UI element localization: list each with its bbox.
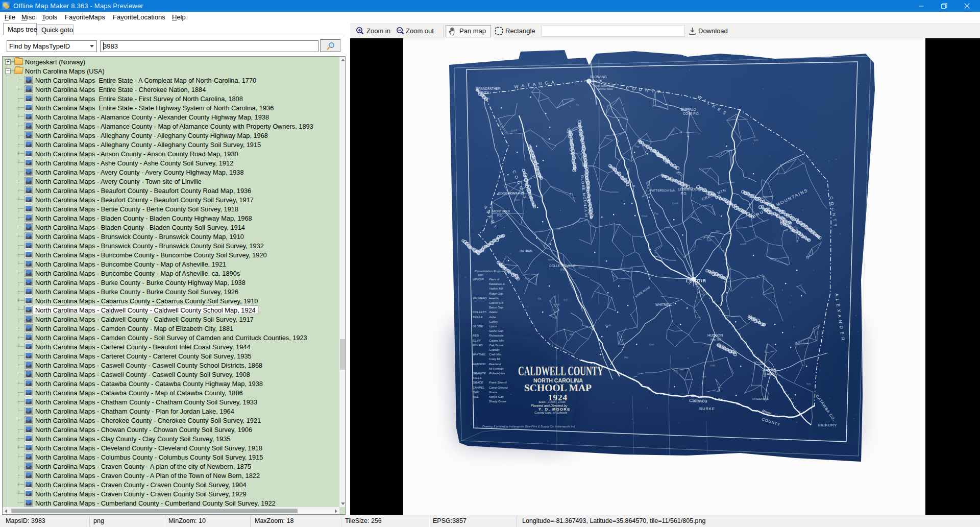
svg-text:Upton: Upton — [489, 325, 497, 328]
svg-text:Parts of: Parts of — [489, 278, 500, 281]
svg-text:Consolidation Proposed: Consolidation Proposed — [475, 270, 506, 273]
svg-text:Knob: Knob — [554, 303, 560, 306]
svg-text:Grace: Grace — [489, 391, 498, 394]
svg-text:Knob: Knob — [548, 258, 554, 261]
svg-text:Catawba: Catawba — [689, 398, 707, 403]
svg-text:HUDSON: HUDSON — [473, 363, 486, 366]
svg-text:Ch.: Ch. — [575, 103, 580, 107]
svg-text:Frank Sherrill: Frank Sherrill — [489, 381, 507, 384]
svg-text:Craig Mt: Craig Mt — [489, 357, 500, 361]
svg-text:Cove: Cove — [642, 214, 648, 217]
svg-text:Camp Ground: Camp Ground — [489, 386, 508, 389]
svg-text:Ashe: Ashe — [488, 316, 496, 319]
svg-text:Kaiwanee &: Kaiwanee & — [489, 282, 505, 285]
svg-text:Cove: Cove — [513, 198, 520, 202]
svg-text:MORTIMER: MORTIMER — [492, 209, 510, 213]
svg-text:BLOWING: BLOWING — [590, 75, 607, 79]
svg-text:RHODHISS: RHODHISS — [752, 397, 769, 400]
svg-text:Baton Gap: Baton Gap — [489, 306, 503, 309]
svg-text:LENOIR: LENOIR — [686, 278, 706, 283]
svg-text:Cottrell Hill: Cottrell Hill — [489, 301, 504, 304]
svg-text:Knob: Knob — [605, 323, 611, 327]
svg-text:CLIFF: CLIFF — [473, 339, 481, 342]
svg-text:Gurley: Gurley — [489, 320, 498, 323]
svg-text:Mill: Mill — [624, 355, 628, 359]
svg-text:Ridge Gap: Ridge Gap — [489, 292, 503, 295]
svg-text:WHITNEL: WHITNEL — [473, 353, 486, 356]
svg-text:County Supt. of Schools: County Supt. of Schools — [534, 411, 567, 414]
svg-text:COVE P.O.: COVE P.O. — [683, 112, 700, 115]
svg-text:RED: RED — [473, 334, 479, 337]
svg-text:HILL: HILL — [473, 395, 479, 398]
svg-text:Oak Grove: Oak Grove — [489, 344, 504, 347]
svg-text:VALMEAD: VALMEAD — [473, 297, 486, 300]
svg-text:Gap: Gap — [710, 364, 715, 367]
svg-text:BURKE: BURKE — [699, 406, 715, 411]
svg-text:COLLETTSVILLE: COLLETTSVILLE — [549, 264, 576, 268]
svg-text:Yadkin Mill: Yadkin Mill — [489, 287, 503, 290]
svg-text:ROCK: ROCK — [592, 79, 603, 83]
svg-text:P.O.: P.O. — [564, 298, 569, 301]
svg-text:HICKORY: HICKORY — [818, 423, 837, 427]
svg-text:FALLS: FALLS — [473, 376, 481, 379]
svg-text:Sch.: Sch. — [753, 138, 758, 141]
svg-text:Mtn.: Mtn. — [716, 229, 721, 232]
svg-text:with:: with: — [478, 273, 484, 276]
svg-text:P.O.: P.O. — [560, 268, 567, 272]
svg-text:CALDWELL COUNTY: CALDWELL COUNTY — [518, 364, 603, 378]
svg-text:MTN.: MTN. — [482, 91, 490, 94]
svg-text:SCHOOL MAP: SCHOOL MAP — [524, 382, 592, 393]
svg-text:Mt Herman: Mt Herman — [489, 367, 504, 370]
svg-text:PATTERSON Sch.: PATTERSON Sch. — [650, 189, 676, 192]
svg-text:Globe Gap: Globe Gap — [489, 329, 504, 332]
svg-text:Sch.: Sch. — [702, 374, 707, 378]
svg-text:GRANITE: GRANITE — [762, 368, 777, 372]
svg-text:HUTBUR: HUTBUR — [520, 249, 533, 252]
svg-text:P.O.: P.O. — [681, 191, 687, 195]
svg-text:Cajahs Mtn: Cajahs Mtn — [489, 339, 504, 342]
svg-text:Mtn.: Mtn. — [582, 186, 587, 189]
svg-text:Grandin: Grandin — [489, 348, 500, 351]
svg-text:Pop 750: Pop 750 — [710, 338, 721, 341]
svg-text:MTH: MTH — [484, 97, 489, 100]
svg-text:FALLS: FALLS — [765, 372, 775, 376]
svg-text:Mill: Mill — [556, 227, 560, 230]
svg-text:Drawing & printed by Indianapo: Drawing & printed by Indianapolis Blue P… — [482, 425, 576, 428]
svg-text:Pearland: Pearland — [489, 363, 501, 366]
svg-text:COLLETT-: COLLETT- — [473, 310, 487, 314]
svg-text:Richwoods: Richwoods — [489, 334, 503, 337]
svg-text:GRANITE: GRANITE — [473, 372, 486, 375]
svg-text:GLOBE: GLOBE — [473, 325, 483, 328]
svg-text:summer 5000: summer 5000 — [597, 87, 613, 90]
svg-text:SVILLE: SVILLE — [473, 316, 483, 319]
svg-text:HUDSON: HUDSON — [707, 333, 723, 337]
svg-text:Kirbys Gap: Kirbys Gap — [489, 395, 504, 398]
svg-text:FINLEY: FINLEY — [473, 344, 483, 347]
svg-text:Cove: Cove — [578, 266, 584, 269]
svg-text:LENOIR: LENOIR — [473, 278, 484, 281]
svg-text:Crab Mtn: Crab Mtn — [489, 353, 501, 356]
svg-text:GRACE: GRACE — [473, 381, 483, 384]
svg-text:P.O.: P.O. — [497, 213, 503, 217]
svg-text:Ch.: Ch. — [538, 297, 542, 301]
svg-text:Shady Grove: Shady Grove — [489, 400, 507, 403]
svg-text:Scale - 1 inch - 1 mile: Scale - 1 inch - 1 mile — [538, 400, 566, 403]
svg-text:Gap: Gap — [525, 277, 530, 280]
svg-text:Philadelphia: Philadelphia — [489, 372, 505, 375]
svg-text:WHITNELL: WHITNELL — [655, 303, 672, 306]
svg-text:CHAPEL: CHAPEL — [473, 386, 484, 389]
svg-text:LEGERWOOD: LEGERWOOD — [678, 187, 700, 191]
svg-text:GRANDFATHER: GRANDFATHER — [476, 87, 501, 90]
svg-text:Adako: Adako — [488, 310, 498, 314]
svg-text:BUFFALO: BUFFALO — [681, 108, 696, 111]
svg-text:Gap: Gap — [649, 343, 654, 346]
svg-text:OAK: OAK — [473, 391, 479, 394]
svg-text:EDGEMONT P.O.: EDGEMONT P.O. — [498, 191, 525, 195]
svg-text:Hewitts: Hewitts — [489, 297, 499, 300]
svg-text:Mill: Mill — [570, 333, 574, 336]
